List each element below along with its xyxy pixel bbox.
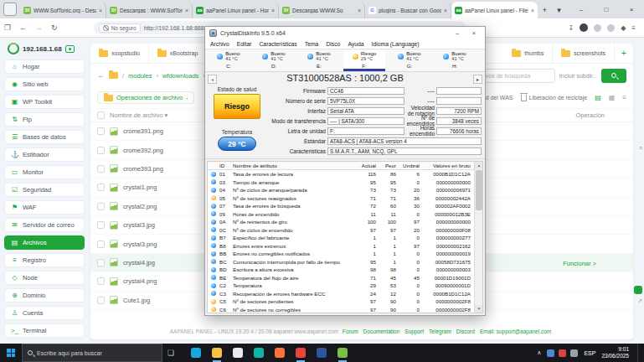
- tab-search-icon[interactable]: [3, 3, 17, 16]
- smart-attribute-row[interactable]: BD Escritura a altura excesiva 98 98 0 0…: [208, 266, 482, 274]
- browser-menu-icon[interactable]: ≡: [631, 24, 636, 32]
- row-checkbox[interactable]: [97, 221, 105, 229]
- breadcrumb-item[interactable]: wfdownloads: [162, 72, 198, 80]
- sidebar-item[interactable]: ⌂ Hogar: [4, 59, 85, 74]
- row-checkbox[interactable]: [97, 203, 105, 210]
- footer-link[interactable]: Email: support@aapanel.com: [480, 328, 551, 334]
- search-button[interactable]: [601, 69, 626, 83]
- window-maximize-button[interactable]: □: [594, 0, 619, 18]
- cdi-menu-item[interactable]: Tema: [305, 41, 319, 47]
- smart-attribute-row[interactable]: 04 Nº de ciclos de arranque/parada 73 73…: [208, 186, 482, 194]
- browser-tab[interactable]: Sf Descargas : WWW.SofTonic ×: [106, 2, 193, 18]
- list-view-icon[interactable]: ▤: [595, 94, 601, 101]
- row-checkbox[interactable]: [97, 184, 105, 191]
- cdi-disk-tab[interactable]: Bueno 41 °C C:: [208, 50, 250, 71]
- download-icon[interactable]: ↧: [568, 24, 574, 32]
- taskbar-app-icon[interactable]: [296, 348, 306, 358]
- sidebar-item[interactable]: ▤ Archivos: [4, 235, 85, 250]
- tray-expand-icon[interactable]: ∧: [537, 349, 541, 356]
- taskbar-app-icon[interactable]: [191, 348, 201, 358]
- breadcrumb-item[interactable]: modules: [128, 72, 152, 80]
- window-minimize-button[interactable]: –: [569, 0, 594, 18]
- smart-attribute-row[interactable]: 05 Nº de sectores reasignados 71 71 36 0…: [208, 194, 482, 203]
- panel-menu-icon[interactable]: ≡: [639, 145, 642, 151]
- smart-attribute-row[interactable]: 07 Tasa de errores de búsqueda 72 60 30 …: [208, 202, 482, 210]
- breadcrumb-root[interactable]: /: [122, 72, 124, 80]
- health-status-button[interactable]: Riesgo: [214, 94, 260, 119]
- back-icon[interactable]: ←: [19, 23, 27, 32]
- quick-access-icon[interactable]: [634, 286, 642, 294]
- cdi-disk-tab[interactable]: Bueno 41 °C E:: [298, 50, 340, 71]
- file-name[interactable]: crome393.png: [123, 165, 163, 173]
- sidebar-item[interactable]: ☑ Seguridad: [4, 183, 85, 197]
- include-subdir-label[interactable]: Incluir subdir...: [559, 73, 597, 79]
- file-name[interactable]: crome391.png: [123, 127, 163, 135]
- taskbar-app-icon[interactable]: [212, 348, 222, 358]
- file-name[interactable]: crystal3.jpg: [123, 221, 155, 229]
- cdi-minimize-button[interactable]: –: [451, 29, 464, 37]
- previous-disk-arrow[interactable]: ◄: [208, 75, 217, 84]
- smart-attribute-row[interactable]: BB Errores no corregibles notificados 1 …: [208, 250, 482, 258]
- forward-icon[interactable]: →: [35, 23, 43, 32]
- smart-attribute-row[interactable]: BC Comunicación interrumpida por fallo d…: [208, 258, 482, 266]
- smart-attribute-row[interactable]: B8 Errores entre extremos 1 1 97 0000000…: [208, 242, 482, 251]
- new-window-icon[interactable]: ❐: [4, 23, 11, 32]
- file-name[interactable]: crystal4.jpg: [123, 259, 155, 266]
- smart-attribute-row[interactable]: C2 Temperatura 29 53 0 00090000001D: [208, 282, 482, 290]
- footer-link[interactable]: Support: [404, 328, 424, 334]
- sidebar-item[interactable]: ▣ WP Toolkit: [4, 95, 85, 109]
- name-column-header[interactable]: Nombre de archivo ▾: [110, 111, 167, 119]
- taskbar-app-icon[interactable]: [233, 348, 243, 358]
- sidebar-item[interactable]: ⚑ WAF: [4, 200, 85, 215]
- smart-attribute-row[interactable]: 0A Nº de reintentos de giro 100 100 97 0…: [208, 218, 482, 226]
- cdi-menu-item[interactable]: Ayuda: [348, 41, 363, 47]
- tray-icon[interactable]: [570, 349, 578, 357]
- taskbar-app-icon[interactable]: [317, 348, 327, 358]
- footer-link[interactable]: Discord: [456, 328, 475, 334]
- file-name[interactable]: crystal2.png: [123, 203, 157, 210]
- cdi-disk-tab[interactable]: Bueno 41 °C G:: [389, 50, 430, 71]
- row-checkbox[interactable]: [97, 277, 105, 285]
- sidebar-item[interactable]: ☰ Bases de datos: [4, 130, 85, 144]
- file-name[interactable]: crystal1.png: [123, 184, 157, 191]
- account-icon[interactable]: [607, 24, 615, 32]
- cdi-disk-tab[interactable]: Bueno 41 °C D:: [253, 50, 295, 71]
- taskbar-app-icon[interactable]: [337, 348, 348, 358]
- tab-close-icon[interactable]: ×: [99, 8, 102, 13]
- row-checkbox[interactable]: [97, 165, 105, 173]
- start-button[interactable]: [0, 344, 22, 362]
- tab-close-icon[interactable]: ×: [531, 8, 534, 13]
- sidebar-item[interactable]: ◉ Sitio web: [4, 77, 85, 91]
- file-name[interactable]: crome392.png: [123, 147, 163, 154]
- temperature-badge[interactable]: 29 °C: [218, 137, 256, 151]
- taskbar-search[interactable]: Escribe aquí para buscar: [22, 344, 162, 362]
- sidebar-item[interactable]: ⇅ Ftp: [4, 112, 85, 127]
- footer-link[interactable]: Forum: [343, 328, 358, 334]
- taskbar-app-icon[interactable]: [275, 348, 285, 358]
- smart-attribute-row[interactable]: B7 Específico del fabricante 1 1 0 00000…: [208, 234, 482, 242]
- expand-icon[interactable]: ↗: [637, 297, 642, 304]
- tab-list-icon[interactable]: ▾: [553, 3, 565, 16]
- select-all-checkbox[interactable]: [97, 111, 105, 119]
- scroll-up-icon[interactable]: ▲: [475, 162, 483, 169]
- smart-attribute-row[interactable]: 09 Horas de encendido 11 11 0 000000012B…: [208, 210, 482, 219]
- sidebar-item[interactable]: ◇ Node: [4, 271, 85, 285]
- smart-attribute-row[interactable]: C3 Recuperación de errores hardware ECC …: [208, 290, 482, 298]
- grid-view-icon[interactable]: ▦: [609, 94, 616, 101]
- cdi-disk-tab[interactable]: Riesgo 29 °C F:: [343, 50, 385, 71]
- tab-close-icon[interactable]: ×: [358, 8, 361, 13]
- file-operations-button[interactable]: Operaciones de archivo ›: [97, 91, 194, 104]
- directory-tab[interactable]: thumbs: [503, 44, 553, 63]
- more-options-icon[interactable]: ≡: [622, 94, 626, 101]
- footer-link[interactable]: Telegram: [429, 328, 451, 334]
- add-tab-button[interactable]: +: [615, 44, 633, 63]
- bookmark-icon[interactable]: ◆: [621, 24, 626, 32]
- smart-attribute-row[interactable]: 0C Nº de ciclos de encendido 97 97 20 00…: [208, 226, 482, 235]
- sidebar-item[interactable]: ▭ Monitor: [4, 165, 85, 179]
- smart-attribute-row[interactable]: 01 Tasa de errores de lectura 116 86 6 0…: [208, 170, 482, 178]
- cdi-menu-item[interactable]: Características: [259, 41, 296, 47]
- sidebar-item[interactable]: >_ Terminal: [4, 323, 85, 338]
- directory-tab[interactable]: xoopstudio: [90, 44, 149, 63]
- task-view-icon[interactable]: ❏: [162, 349, 179, 357]
- row-checkbox[interactable]: [97, 147, 105, 154]
